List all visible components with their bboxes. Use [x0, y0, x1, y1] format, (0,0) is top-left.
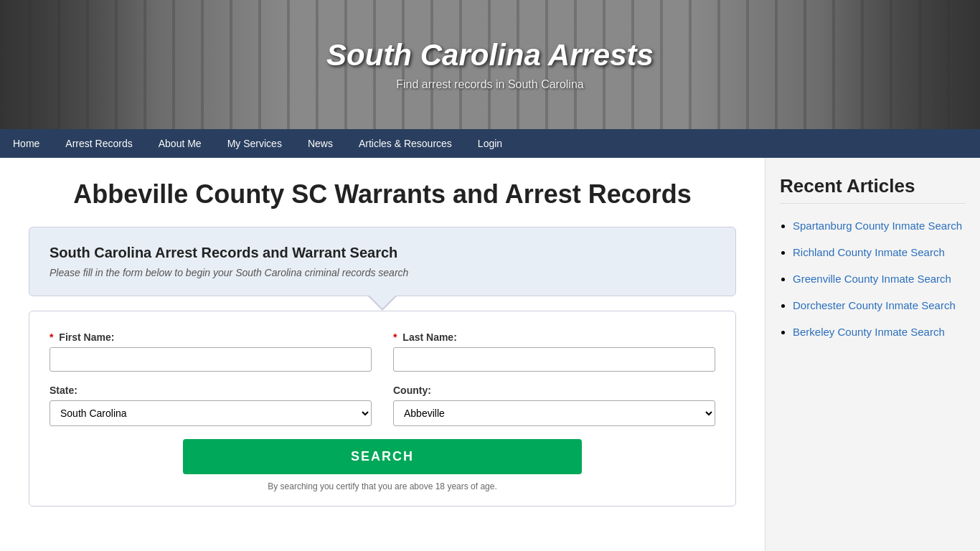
last-name-input[interactable] [393, 347, 715, 372]
required-star-first: * [50, 331, 53, 343]
state-select[interactable]: South Carolina Alabama Alaska Arizona [50, 400, 372, 426]
nav-arrest-records[interactable]: Arrest Records [52, 129, 145, 158]
article-link-berkeley[interactable]: Berkeley County Inmate Search [793, 326, 945, 338]
nav-news[interactable]: News [295, 129, 346, 158]
state-group: State: South Carolina Alabama Alaska Ari… [50, 385, 372, 426]
pointer-arrow [368, 296, 397, 311]
form-row-location: State: South Carolina Alabama Alaska Ari… [50, 385, 715, 426]
site-subtitle: Find arrest records in South Carolina [396, 78, 583, 91]
sidebar-title: Recent Articles [780, 175, 966, 204]
main-nav: Home Arrest Records About Me My Services… [0, 129, 980, 158]
required-star-last: * [393, 331, 397, 343]
hero-section: South Carolina Arrests Find arrest recor… [0, 0, 980, 129]
county-select[interactable]: Abbeville Aiken Allendale Anderson Berke… [393, 400, 715, 426]
form-row-names: * First Name: * Last Name: [50, 331, 715, 372]
search-button[interactable]: SEARCH [183, 439, 583, 474]
search-box-subtitle: Please fill in the form below to begin y… [50, 267, 715, 278]
page-wrap: Abbeville County SC Warrants and Arrest … [0, 158, 980, 551]
nav-home[interactable]: Home [0, 129, 52, 158]
article-link-richland[interactable]: Richland County Inmate Search [793, 246, 945, 258]
state-label: State: [50, 385, 372, 396]
page-title: Abbeville County SC Warrants and Arrest … [29, 179, 736, 209]
search-form-section: * First Name: * Last Name: State: [29, 311, 736, 507]
list-item: Greenville County Inmate Search [793, 271, 966, 286]
search-button-wrap: SEARCH [50, 439, 715, 474]
article-link-spartanburg[interactable]: Spartanburg County Inmate Search [793, 220, 962, 232]
nav-about-me[interactable]: About Me [146, 129, 215, 158]
list-item: Spartanburg County Inmate Search [793, 218, 966, 233]
county-label: County: [393, 385, 715, 396]
recent-articles-list: Spartanburg County Inmate Search Richlan… [780, 218, 966, 339]
last-name-group: * Last Name: [393, 331, 715, 372]
first-name-group: * First Name: [50, 331, 372, 372]
last-name-label: * Last Name: [393, 331, 715, 343]
first-name-input[interactable] [50, 347, 372, 372]
form-disclaimer: By searching you certify that you are ab… [50, 481, 715, 491]
hero-hands-right [822, 0, 980, 129]
main-content: Abbeville County SC Warrants and Arrest … [0, 158, 765, 551]
search-box-title: South Carolina Arrest Records and Warran… [50, 245, 715, 261]
article-link-greenville[interactable]: Greenville County Inmate Search [793, 273, 951, 285]
nav-articles[interactable]: Articles & Resources [346, 129, 465, 158]
sidebar: Recent Articles Spartanburg County Inmat… [765, 158, 980, 551]
hero-hands-left [0, 0, 158, 129]
county-group: County: Abbeville Aiken Allendale Anders… [393, 385, 715, 426]
search-header-box: South Carolina Arrest Records and Warran… [29, 227, 736, 296]
list-item: Berkeley County Inmate Search [793, 324, 966, 339]
article-link-dorchester[interactable]: Dorchester County Inmate Search [793, 299, 956, 311]
nav-services[interactable]: My Services [215, 129, 295, 158]
first-name-label: * First Name: [50, 331, 372, 343]
site-title: South Carolina Arrests [326, 38, 654, 72]
nav-login[interactable]: Login [465, 129, 515, 158]
list-item: Richland County Inmate Search [793, 245, 966, 260]
list-item: Dorchester County Inmate Search [793, 298, 966, 313]
